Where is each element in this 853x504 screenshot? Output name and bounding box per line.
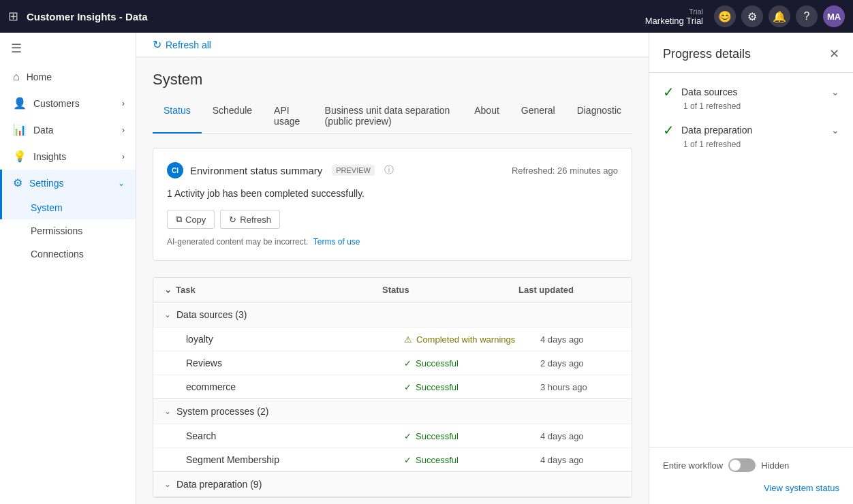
settings-chevron-icon: ⌄	[118, 178, 125, 188]
main-layout: ☰ ⌂ Home 👤 Customers › 📊 Data › 💡 Insigh…	[0, 33, 853, 504]
progress-item-data-preparation-name: Data preparation	[681, 125, 824, 136]
data-preparation-collapse-icon: ⌄	[164, 479, 171, 489]
progress-check-data-preparation-icon: ✓	[663, 122, 674, 138]
tab-about[interactable]: About	[463, 99, 510, 133]
entire-workflow-toggle[interactable]	[728, 458, 756, 472]
progress-expand-data-sources-icon[interactable]: ⌄	[831, 86, 839, 97]
progress-check-data-sources-icon: ✓	[663, 84, 674, 100]
task-group-data-preparation: ⌄ Data preparation (9)	[153, 472, 632, 497]
task-status-ecommerce: ✓ Successful	[404, 382, 540, 392]
tab-schedule[interactable]: Schedule	[202, 99, 263, 133]
system-processes-collapse-icon: ⌄	[164, 407, 171, 416]
progress-item-data-sources-sub: 1 of 1 refreshed	[683, 101, 839, 111]
sidebar-item-data-label: Data	[33, 125, 54, 136]
sidebar-item-customers[interactable]: 👤 Customers ›	[0, 90, 136, 116]
task-name-loyalty: loyalty	[186, 334, 404, 345]
sidebar-sub-item-system[interactable]: System	[0, 196, 136, 219]
progress-item-data-preparation-sub: 1 of 1 refreshed	[683, 140, 839, 149]
page-title: System	[153, 71, 632, 89]
task-status-loyalty: ⚠ Completed with warnings	[404, 334, 540, 345]
tab-business-unit[interactable]: Business unit data separation (public pr…	[314, 99, 464, 133]
status-message: 1 Activity job has been completed succes…	[167, 188, 618, 199]
task-group-system-processes: ⌄ System processes (2) Search ✓ Successf…	[153, 399, 632, 472]
task-name-ecommerce: ecommerce	[186, 381, 404, 392]
content-area: ↻ Refresh all System Status Schedule API…	[136, 33, 649, 504]
sidebar-sub-item-connections[interactable]: Connections	[0, 242, 136, 266]
task-header-status: Status	[382, 285, 518, 295]
copy-button[interactable]: ⧉ Copy	[167, 210, 215, 229]
progress-panel-title: Progress details	[663, 47, 829, 61]
tabs-bar: Status Schedule API usage Business unit …	[153, 99, 632, 134]
home-icon: ⌂	[13, 71, 20, 83]
task-header-task: ⌄ Task	[164, 285, 382, 295]
customers-chevron-icon: ›	[122, 99, 125, 108]
sidebar-item-home-label: Home	[27, 72, 52, 82]
avatar[interactable]: MA	[823, 5, 845, 27]
status-card: CI Environment status summary PREVIEW ⓘ …	[153, 148, 632, 261]
task-name-segment: Segment Membership	[186, 454, 404, 465]
terms-of-use-link[interactable]: Terms of use	[313, 237, 360, 247]
task-group-data-sources-row[interactable]: ⌄ Data sources (3)	[153, 302, 632, 327]
task-header-updated: Last updated	[518, 285, 621, 295]
refresh-all-label: Refresh all	[166, 40, 211, 50]
task-group-system-processes-label: ⌄ System processes (2)	[164, 406, 382, 417]
settings-icon[interactable]: ⚙	[741, 5, 763, 27]
view-system-status-link[interactable]: View system status	[663, 483, 839, 493]
sidebar-sub-item-permissions[interactable]: Permissions	[0, 219, 136, 242]
sidebar-item-insights[interactable]: 💡 Insights ›	[0, 143, 136, 170]
progress-panel: Progress details ✕ ✓ Data sources ⌄ 1 of…	[649, 33, 853, 504]
env-title: Environment status summary	[190, 165, 322, 176]
task-collapse-all-icon[interactable]: ⌄	[164, 285, 172, 295]
sidebar-item-customers-label: Customers	[33, 98, 80, 109]
entire-workflow-toggle-group: Entire workflow Hidden	[663, 458, 839, 472]
task-group-data-preparation-row[interactable]: ⌄ Data preparation (9)	[153, 472, 632, 497]
help-icon[interactable]: ?	[796, 5, 818, 27]
data-chevron-icon: ›	[122, 125, 125, 135]
progress-item-data-sources: ✓ Data sources ⌄ 1 of 1 refreshed	[663, 84, 839, 111]
task-table: ⌄ Task Status Last updated ⌄ Data source…	[153, 277, 632, 498]
env-icon: CI	[167, 162, 183, 178]
sidebar-item-insights-label: Insights	[33, 151, 66, 162]
tab-diagnostic[interactable]: Diagnostic	[566, 99, 632, 133]
feedback-icon[interactable]: 😊	[714, 5, 736, 27]
success-icon: ✓	[404, 455, 412, 465]
status-actions: ⧉ Copy ↻ Refresh	[167, 210, 618, 229]
task-status-reviews: ✓ Successful	[404, 358, 540, 368]
status-card-header: CI Environment status summary PREVIEW ⓘ …	[167, 162, 618, 178]
progress-panel-close-button[interactable]: ✕	[829, 46, 839, 61]
refresh-button[interactable]: ↻ Refresh	[220, 210, 280, 229]
grid-icon[interactable]: ⊞	[8, 9, 18, 24]
sidebar-item-settings-label: Settings	[29, 178, 64, 189]
table-row: ecommerce ✓ Successful 3 hours ago	[153, 375, 632, 398]
notification-icon[interactable]: 🔔	[769, 5, 790, 27]
task-updated-ecommerce: 3 hours ago	[540, 382, 621, 392]
hamburger-menu[interactable]: ☰	[0, 33, 136, 64]
refresh-all-button[interactable]: ↻ Refresh all	[153, 38, 211, 51]
sidebar-sub-connections-label: Connections	[31, 249, 84, 259]
tab-api-usage[interactable]: API usage	[263, 99, 313, 133]
data-icon: 📊	[13, 123, 27, 136]
progress-item-data-preparation: ✓ Data preparation ⌄ 1 of 1 refreshed	[663, 122, 839, 149]
warning-icon: ⚠	[404, 334, 412, 345]
task-group-data-sources: ⌄ Data sources (3) loyalty ⚠ Completed w…	[153, 302, 632, 399]
toggle-knob	[730, 460, 741, 471]
sidebar-sub-system-label: System	[31, 202, 63, 213]
task-group-data-preparation-label: ⌄ Data preparation (9)	[164, 479, 382, 490]
sidebar-item-home[interactable]: ⌂ Home	[0, 64, 136, 90]
sidebar-item-data[interactable]: 📊 Data ›	[0, 116, 136, 143]
sidebar-item-settings[interactable]: ⚙ Settings ⌄	[0, 170, 136, 196]
tab-status[interactable]: Status	[153, 99, 202, 133]
success-icon: ✓	[404, 358, 412, 368]
table-row: Search ✓ Successful 4 days ago	[153, 424, 632, 447]
progress-expand-data-preparation-icon[interactable]: ⌄	[831, 125, 839, 136]
org-info: Trial Marketing Trial	[645, 7, 703, 26]
task-updated-segment: 4 days ago	[540, 455, 621, 465]
task-group-system-processes-row[interactable]: ⌄ System processes (2)	[153, 399, 632, 424]
info-icon: ⓘ	[384, 164, 394, 176]
preview-badge: PREVIEW	[332, 165, 375, 176]
task-table-header: ⌄ Task Status Last updated	[153, 278, 632, 302]
task-status-segment: ✓ Successful	[404, 455, 540, 465]
data-sources-collapse-icon: ⌄	[164, 310, 171, 319]
tab-general[interactable]: General	[510, 99, 566, 133]
org-name: Marketing Trial	[645, 16, 703, 26]
